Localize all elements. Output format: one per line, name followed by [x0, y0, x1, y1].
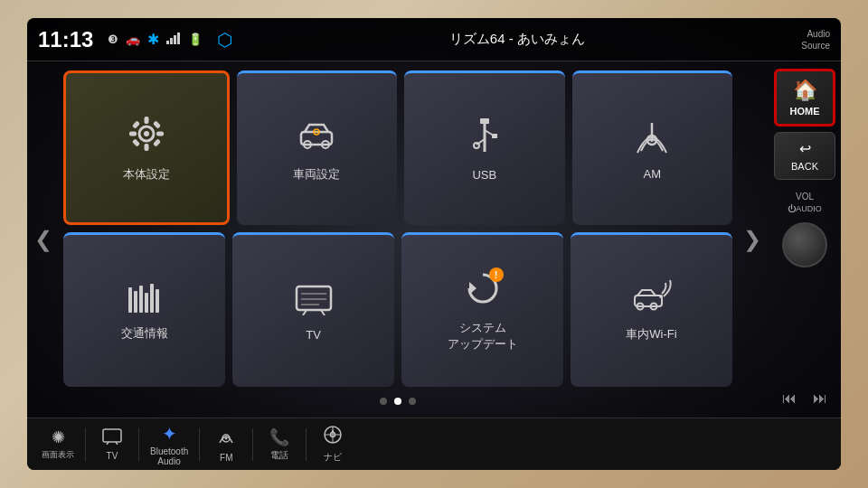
svg-rect-30 — [139, 286, 143, 313]
dot-1 — [380, 398, 387, 405]
page-dots — [63, 394, 732, 408]
svg-rect-32 — [150, 284, 154, 313]
svg-point-44 — [659, 295, 663, 298]
home-button[interactable]: 🏠 HOME — [774, 69, 835, 127]
update-icon: ! — [464, 269, 502, 313]
right-panel: 🏠 HOME ↩ BACK VOL⏻AUDIO ⏮ ⏭ — [769, 61, 841, 418]
svg-rect-13 — [153, 138, 161, 146]
signal-icon — [166, 32, 181, 47]
home-icon: 🏠 — [793, 79, 817, 102]
taskbar-brightness[interactable]: ✺ 画面表示 — [34, 424, 81, 465]
bluetooth-header-icon: ⬡ — [217, 29, 232, 51]
svg-rect-6 — [144, 117, 148, 124]
grid-row-2: 交通情報 — [63, 232, 732, 387]
gear-main-icon — [127, 114, 166, 159]
grid-row-1: 本体設定 — [63, 70, 732, 225]
divider-5 — [306, 428, 307, 461]
svg-rect-28 — [128, 287, 132, 313]
svg-rect-12 — [132, 138, 140, 146]
audio-source-label: AudioSource — [801, 28, 830, 52]
taskbar-tv-label: TV — [107, 451, 118, 461]
svg-point-5 — [144, 131, 149, 136]
circle-3-icon: ❸ — [108, 33, 118, 46]
svg-rect-8 — [129, 131, 137, 136]
taskbar: ✺ 画面表示 TV ✦ BluetoothAudio — [27, 418, 841, 470]
svg-rect-3 — [177, 33, 180, 44]
divider-4 — [252, 428, 253, 461]
svg-rect-1 — [170, 38, 173, 44]
nav-left-arrow[interactable]: ❮ — [27, 61, 60, 418]
tile-sha-wifi-label: 車内Wi-Fi — [626, 326, 676, 343]
svg-rect-0 — [166, 41, 169, 44]
taskbar-fm[interactable]: FM — [203, 423, 249, 466]
svg-rect-20 — [480, 118, 489, 124]
update-badge: ! — [489, 267, 504, 282]
tile-usb[interactable]: USB — [404, 70, 565, 225]
taskbar-fm-label: FM — [220, 453, 232, 463]
clock: 11:13 — [38, 27, 93, 52]
tile-system-update[interactable]: ! システム アップデート — [401, 232, 563, 387]
tile-sharyo-settei[interactable]: 車両設定 — [237, 70, 398, 225]
taskbar-navi[interactable]: ナビ — [310, 421, 355, 467]
grid-area: 本体設定 — [60, 61, 736, 418]
tile-usb-label: USB — [472, 168, 496, 182]
svg-rect-29 — [134, 291, 137, 313]
taskbar-bluetooth-audio-label: BluetoothAudio — [150, 446, 188, 466]
back-label: BACK — [791, 161, 818, 172]
tile-tv-label: TV — [306, 328, 321, 342]
svg-rect-31 — [145, 293, 148, 313]
taskbar-brightness-label: 画面表示 — [42, 449, 74, 461]
vol-knob[interactable] — [782, 222, 827, 267]
home-label: HOME — [790, 106, 820, 117]
svg-marker-40 — [469, 282, 476, 295]
nav-right-arrow[interactable]: ❯ — [736, 61, 769, 418]
svg-rect-10 — [132, 120, 140, 128]
dot-3 — [409, 398, 416, 405]
vol-label: VOL⏻AUDIO — [788, 191, 822, 215]
tv-icon — [294, 281, 334, 321]
vol-audio-area: VOL⏻AUDIO — [774, 185, 835, 381]
battery-icon: 🔋 — [188, 33, 203, 46]
next-button[interactable]: ⏭ — [813, 390, 827, 407]
svg-point-18 — [316, 131, 317, 133]
divider-3 — [199, 428, 200, 461]
taskbar-phone-label: 電話 — [270, 449, 288, 462]
divider-2 — [138, 428, 139, 461]
svg-rect-33 — [156, 289, 159, 313]
navi-icon — [323, 425, 343, 449]
prev-button[interactable]: ⏮ — [782, 390, 797, 407]
tile-system-update-label: システム アップデート — [448, 320, 518, 352]
tile-am-label: AM — [644, 167, 662, 181]
taskbar-phone[interactable]: 📞 電話 — [257, 424, 302, 465]
song-title: リズム64 - あいみょん — [240, 31, 794, 48]
tile-am[interactable]: AM — [572, 70, 733, 225]
screen: 11:13 ❸ 🚗 ✱ 🔋 ⬡ リズム64 - あいみょん AudioSourc… — [27, 18, 841, 470]
tile-honsha-settei-label: 本体設定 — [123, 166, 170, 183]
svg-rect-34 — [297, 286, 331, 310]
tile-honsha-settei[interactable]: 本体設定 — [63, 70, 230, 225]
tv-taskbar-icon — [102, 428, 122, 449]
bezel: 11:13 ❸ 🚗 ✱ 🔋 ⬡ リズム64 - あいみょん AudioSourc… — [0, 0, 868, 488]
am-icon — [634, 118, 670, 160]
phone-icon: 📞 — [269, 427, 289, 447]
taskbar-tv[interactable]: TV — [90, 425, 135, 465]
tile-kotsu-joho[interactable]: 交通情報 — [63, 232, 225, 387]
tile-kotsu-joho-label: 交通情報 — [121, 325, 168, 342]
bluetooth-status-icon: ✱ — [147, 31, 159, 48]
svg-rect-7 — [144, 144, 148, 151]
svg-rect-14 — [301, 132, 332, 145]
tile-tv[interactable]: TV — [232, 232, 394, 387]
svg-rect-45 — [103, 429, 121, 442]
divider-1 — [85, 428, 86, 461]
taskbar-bluetooth-audio[interactable]: ✦ BluetoothAudio — [143, 419, 195, 470]
svg-rect-11 — [153, 120, 161, 128]
car-settings-icon — [297, 116, 335, 159]
wifi-car-icon — [631, 279, 673, 319]
traffic-icon — [127, 280, 163, 318]
car-icon: 🚗 — [126, 33, 140, 46]
svg-rect-2 — [174, 35, 176, 44]
tile-sha-wifi[interactable]: 車内Wi-Fi — [571, 232, 732, 387]
back-button[interactable]: ↩ BACK — [774, 132, 835, 180]
main-content: ❮ — [27, 61, 841, 418]
dot-2 — [394, 398, 401, 405]
